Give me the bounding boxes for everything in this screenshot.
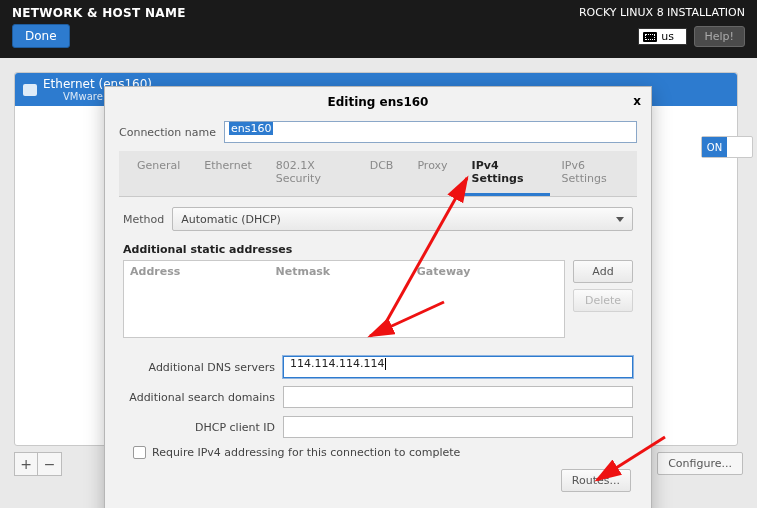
keyboard-layout-label: us	[661, 30, 674, 43]
help-button[interactable]: Help!	[694, 26, 746, 47]
add-address-button[interactable]: Add	[573, 260, 633, 283]
text-cursor	[385, 358, 386, 370]
close-icon[interactable]: x	[633, 94, 641, 108]
configure-button[interactable]: Configure...	[657, 452, 743, 475]
nic-add-remove: + −	[14, 452, 62, 476]
col-gateway: Gateway	[417, 265, 558, 278]
tab-ipv6-settings[interactable]: IPv6 Settings	[550, 151, 631, 196]
dns-servers-input[interactable]: 114.114.114.114	[283, 356, 633, 378]
method-dropdown[interactable]: Automatic (DHCP)	[172, 207, 633, 231]
settings-tabs: General Ethernet 802.1X Security DCB Pro…	[119, 151, 637, 197]
search-domains-input[interactable]	[283, 386, 633, 408]
installer-title: ROCKY LINUX 8 INSTALLATION	[579, 6, 745, 19]
col-netmask: Netmask	[276, 265, 417, 278]
dhcp-client-id-label: DHCP client ID	[123, 421, 283, 434]
connection-name-label: Connection name	[119, 126, 216, 139]
connection-name-input[interactable]: ens160	[224, 121, 637, 143]
dialog-title: Editing ens160	[328, 95, 429, 109]
remove-nic-button[interactable]: −	[38, 452, 62, 476]
tab-proxy[interactable]: Proxy	[405, 151, 459, 196]
toggle-off-side	[727, 137, 752, 157]
keyboard-icon	[643, 32, 657, 42]
require-ipv4-label: Require IPv4 addressing for this connect…	[152, 446, 460, 459]
done-button[interactable]: Done	[12, 24, 70, 48]
tab-general[interactable]: General	[125, 151, 192, 196]
addresses-table-header: Address Netmask Gateway	[124, 261, 564, 282]
method-value: Automatic (DHCP)	[181, 213, 281, 226]
add-nic-button[interactable]: +	[14, 452, 38, 476]
edit-connection-dialog: Editing ens160 x Connection name ens160 …	[104, 86, 652, 508]
require-ipv4-row[interactable]: Require IPv4 addressing for this connect…	[133, 446, 633, 459]
delete-address-button[interactable]: Delete	[573, 289, 633, 312]
nic-enable-toggle[interactable]: ON	[701, 136, 753, 158]
dhcp-client-id-input[interactable]	[283, 416, 633, 438]
static-addresses-heading: Additional static addresses	[123, 243, 633, 256]
top-bar: NETWORK & HOST NAME ROCKY LINUX 8 INSTAL…	[0, 0, 757, 58]
toggle-on-label: ON	[702, 137, 727, 157]
ipv4-tab-content: Method Automatic (DHCP) Additional stati…	[119, 197, 637, 502]
tab-8021x-security[interactable]: 802.1X Security	[264, 151, 358, 196]
tab-dcb[interactable]: DCB	[358, 151, 406, 196]
require-ipv4-checkbox[interactable]	[133, 446, 146, 459]
search-domains-label: Additional search domains	[123, 391, 283, 404]
dns-servers-value: 114.114.114.114	[290, 357, 384, 370]
connection-name-value: ens160	[229, 122, 273, 135]
tab-ipv4-settings[interactable]: IPv4 Settings	[460, 151, 550, 196]
routes-button[interactable]: Routes...	[561, 469, 631, 492]
tab-ethernet[interactable]: Ethernet	[192, 151, 263, 196]
dialog-title-bar: Editing ens160 x	[105, 87, 651, 115]
col-address: Address	[130, 265, 276, 278]
chevron-down-icon	[616, 217, 624, 222]
dns-servers-label: Additional DNS servers	[123, 361, 283, 374]
addresses-table[interactable]: Address Netmask Gateway	[123, 260, 565, 338]
keyboard-indicator[interactable]: us	[638, 28, 687, 45]
method-label: Method	[123, 213, 164, 226]
ethernet-icon	[23, 84, 37, 96]
